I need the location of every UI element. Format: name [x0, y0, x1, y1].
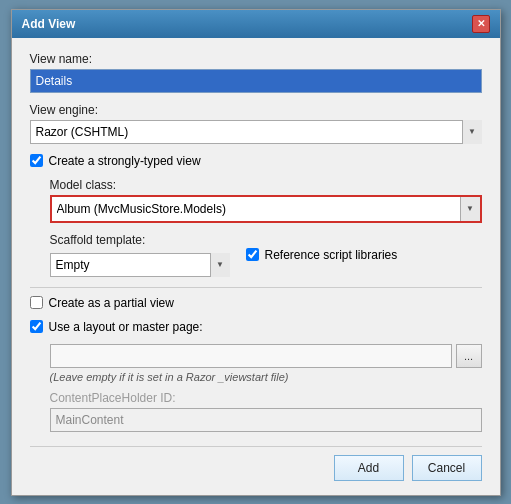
layout-row: Use a layout or master page: — [30, 320, 482, 334]
strongly-typed-label: Create a strongly-typed view — [49, 154, 201, 168]
model-class-label: Model class: — [50, 178, 482, 192]
view-engine-select[interactable]: Razor (CSHTML) ASPX — [30, 120, 482, 144]
close-button[interactable]: ✕ — [472, 15, 490, 33]
button-row: Add Cancel — [30, 446, 482, 481]
scaffold-row: Scaffold template: Empty Create Delete D… — [30, 233, 482, 277]
strongly-typed-row: Create a strongly-typed view — [30, 154, 482, 168]
layout-input-row: ... — [50, 344, 482, 368]
partial-view-checkbox[interactable] — [30, 296, 43, 309]
content-placeholder-label: ContentPlaceHolder ID: — [50, 391, 482, 405]
add-view-dialog: Add View ✕ View name: View engine: Razor… — [11, 9, 501, 496]
add-button[interactable]: Add — [334, 455, 404, 481]
divider — [30, 287, 482, 288]
view-engine-select-wrapper: Razor (CSHTML) ASPX — [30, 120, 482, 144]
dialog-title: Add View — [22, 17, 76, 31]
layout-hint: (Leave empty if it is set in a Razor _vi… — [50, 371, 482, 383]
layout-input-section: ... (Leave empty if it is set in a Razor… — [30, 344, 482, 432]
view-engine-label: View engine: — [30, 103, 482, 117]
scaffold-template-select[interactable]: Empty Create Delete Details Edit List — [50, 253, 230, 277]
layout-label: Use a layout or master page: — [49, 320, 203, 334]
model-class-select-wrapper: Album (MvcMusicStore.Models) (none) — [50, 195, 482, 223]
model-class-section: Model class: Album (MvcMusicStore.Models… — [30, 178, 482, 223]
dialog-body: View name: View engine: Razor (CSHTML) A… — [12, 38, 500, 495]
view-name-row: View name: — [30, 52, 482, 93]
view-name-input[interactable] — [30, 69, 482, 93]
reference-scripts-checkbox[interactable] — [246, 248, 259, 261]
reference-scripts-label: Reference script libraries — [265, 248, 398, 262]
scaffold-group: Scaffold template: Empty Create Delete D… — [50, 233, 230, 277]
title-bar: Add View ✕ — [12, 10, 500, 38]
reference-scripts-row: Reference script libraries — [246, 248, 398, 262]
model-class-select[interactable]: Album (MvcMusicStore.Models) (none) — [52, 197, 480, 221]
view-engine-row: View engine: Razor (CSHTML) ASPX — [30, 103, 482, 144]
strongly-typed-checkbox[interactable] — [30, 154, 43, 167]
scaffold-select-wrapper: Empty Create Delete Details Edit List — [50, 253, 230, 277]
partial-view-row: Create as a partial view — [30, 296, 482, 310]
partial-view-label: Create as a partial view — [49, 296, 174, 310]
content-placeholder-input — [50, 408, 482, 432]
browse-button[interactable]: ... — [456, 344, 482, 368]
layout-checkbox[interactable] — [30, 320, 43, 333]
view-name-label: View name: — [30, 52, 482, 66]
layout-path-input[interactable] — [50, 344, 452, 368]
cancel-button[interactable]: Cancel — [412, 455, 482, 481]
scaffold-template-label: Scaffold template: — [50, 233, 230, 247]
